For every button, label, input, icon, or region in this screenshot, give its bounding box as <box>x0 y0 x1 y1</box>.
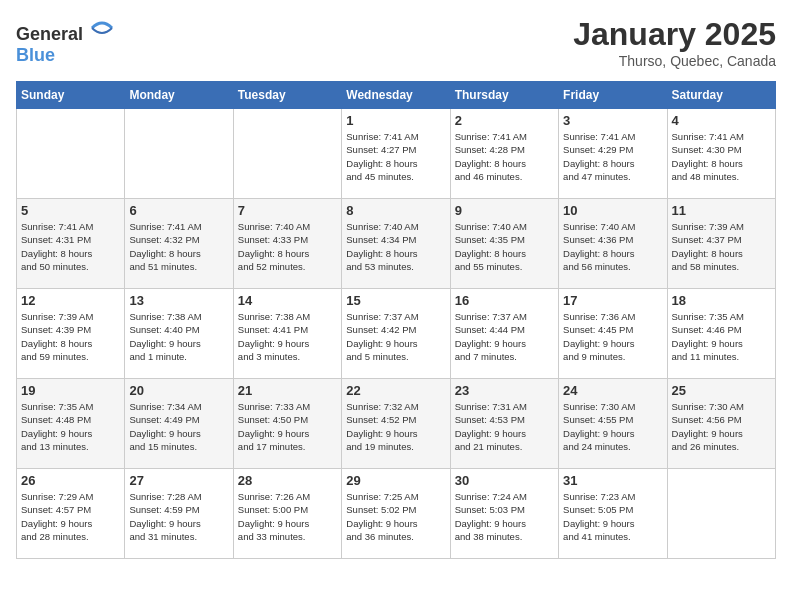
calendar-table: SundayMondayTuesdayWednesdayThursdayFrid… <box>16 81 776 559</box>
day-info: Sunrise: 7:30 AM Sunset: 4:56 PM Dayligh… <box>672 400 771 453</box>
calendar-day-cell: 4Sunrise: 7:41 AM Sunset: 4:30 PM Daylig… <box>667 109 775 199</box>
calendar-day-cell: 24Sunrise: 7:30 AM Sunset: 4:55 PM Dayli… <box>559 379 667 469</box>
calendar-day-cell: 31Sunrise: 7:23 AM Sunset: 5:05 PM Dayli… <box>559 469 667 559</box>
day-info: Sunrise: 7:37 AM Sunset: 4:42 PM Dayligh… <box>346 310 445 363</box>
day-info: Sunrise: 7:37 AM Sunset: 4:44 PM Dayligh… <box>455 310 554 363</box>
calendar-day-cell: 8Sunrise: 7:40 AM Sunset: 4:34 PM Daylig… <box>342 199 450 289</box>
day-info: Sunrise: 7:41 AM Sunset: 4:32 PM Dayligh… <box>129 220 228 273</box>
calendar-day-cell: 3Sunrise: 7:41 AM Sunset: 4:29 PM Daylig… <box>559 109 667 199</box>
day-of-week-header: Sunday <box>17 82 125 109</box>
calendar-day-cell: 12Sunrise: 7:39 AM Sunset: 4:39 PM Dayli… <box>17 289 125 379</box>
day-number: 5 <box>21 203 120 218</box>
day-number: 1 <box>346 113 445 128</box>
day-number: 11 <box>672 203 771 218</box>
day-info: Sunrise: 7:38 AM Sunset: 4:41 PM Dayligh… <box>238 310 337 363</box>
calendar-day-cell: 6Sunrise: 7:41 AM Sunset: 4:32 PM Daylig… <box>125 199 233 289</box>
day-info: Sunrise: 7:29 AM Sunset: 4:57 PM Dayligh… <box>21 490 120 543</box>
day-info: Sunrise: 7:32 AM Sunset: 4:52 PM Dayligh… <box>346 400 445 453</box>
header: General Blue January 2025 Thurso, Quebec… <box>16 16 776 69</box>
calendar-day-cell <box>667 469 775 559</box>
calendar-day-cell: 21Sunrise: 7:33 AM Sunset: 4:50 PM Dayli… <box>233 379 341 469</box>
main-title: January 2025 <box>573 16 776 53</box>
day-number: 29 <box>346 473 445 488</box>
day-number: 12 <box>21 293 120 308</box>
day-info: Sunrise: 7:41 AM Sunset: 4:29 PM Dayligh… <box>563 130 662 183</box>
calendar-day-cell: 26Sunrise: 7:29 AM Sunset: 4:57 PM Dayli… <box>17 469 125 559</box>
day-number: 8 <box>346 203 445 218</box>
day-number: 31 <box>563 473 662 488</box>
day-number: 18 <box>672 293 771 308</box>
day-number: 17 <box>563 293 662 308</box>
day-info: Sunrise: 7:36 AM Sunset: 4:45 PM Dayligh… <box>563 310 662 363</box>
day-info: Sunrise: 7:38 AM Sunset: 4:40 PM Dayligh… <box>129 310 228 363</box>
day-info: Sunrise: 7:34 AM Sunset: 4:49 PM Dayligh… <box>129 400 228 453</box>
day-info: Sunrise: 7:41 AM Sunset: 4:31 PM Dayligh… <box>21 220 120 273</box>
day-of-week-header: Wednesday <box>342 82 450 109</box>
day-number: 28 <box>238 473 337 488</box>
day-info: Sunrise: 7:41 AM Sunset: 4:30 PM Dayligh… <box>672 130 771 183</box>
logo-icon <box>90 16 114 40</box>
day-number: 30 <box>455 473 554 488</box>
day-number: 24 <box>563 383 662 398</box>
day-info: Sunrise: 7:39 AM Sunset: 4:37 PM Dayligh… <box>672 220 771 273</box>
calendar-day-cell: 9Sunrise: 7:40 AM Sunset: 4:35 PM Daylig… <box>450 199 558 289</box>
calendar-day-cell: 23Sunrise: 7:31 AM Sunset: 4:53 PM Dayli… <box>450 379 558 469</box>
calendar-day-cell: 17Sunrise: 7:36 AM Sunset: 4:45 PM Dayli… <box>559 289 667 379</box>
calendar-day-cell: 15Sunrise: 7:37 AM Sunset: 4:42 PM Dayli… <box>342 289 450 379</box>
day-number: 4 <box>672 113 771 128</box>
day-of-week-header: Thursday <box>450 82 558 109</box>
day-info: Sunrise: 7:26 AM Sunset: 5:00 PM Dayligh… <box>238 490 337 543</box>
day-info: Sunrise: 7:39 AM Sunset: 4:39 PM Dayligh… <box>21 310 120 363</box>
day-info: Sunrise: 7:40 AM Sunset: 4:36 PM Dayligh… <box>563 220 662 273</box>
day-number: 13 <box>129 293 228 308</box>
calendar-day-cell: 20Sunrise: 7:34 AM Sunset: 4:49 PM Dayli… <box>125 379 233 469</box>
day-number: 15 <box>346 293 445 308</box>
calendar-day-cell: 19Sunrise: 7:35 AM Sunset: 4:48 PM Dayli… <box>17 379 125 469</box>
day-info: Sunrise: 7:40 AM Sunset: 4:34 PM Dayligh… <box>346 220 445 273</box>
day-number: 21 <box>238 383 337 398</box>
logo-blue: Blue <box>16 45 55 65</box>
logo-general: General <box>16 24 83 44</box>
day-info: Sunrise: 7:40 AM Sunset: 4:33 PM Dayligh… <box>238 220 337 273</box>
day-number: 19 <box>21 383 120 398</box>
day-number: 27 <box>129 473 228 488</box>
calendar-day-cell <box>17 109 125 199</box>
calendar-day-cell: 10Sunrise: 7:40 AM Sunset: 4:36 PM Dayli… <box>559 199 667 289</box>
calendar-day-cell <box>125 109 233 199</box>
day-info: Sunrise: 7:41 AM Sunset: 4:27 PM Dayligh… <box>346 130 445 183</box>
calendar-day-cell <box>233 109 341 199</box>
day-info: Sunrise: 7:25 AM Sunset: 5:02 PM Dayligh… <box>346 490 445 543</box>
calendar-week-row: 12Sunrise: 7:39 AM Sunset: 4:39 PM Dayli… <box>17 289 776 379</box>
subtitle: Thurso, Quebec, Canada <box>573 53 776 69</box>
day-number: 14 <box>238 293 337 308</box>
day-info: Sunrise: 7:28 AM Sunset: 4:59 PM Dayligh… <box>129 490 228 543</box>
day-number: 26 <box>21 473 120 488</box>
day-info: Sunrise: 7:33 AM Sunset: 4:50 PM Dayligh… <box>238 400 337 453</box>
calendar-day-cell: 30Sunrise: 7:24 AM Sunset: 5:03 PM Dayli… <box>450 469 558 559</box>
day-number: 10 <box>563 203 662 218</box>
calendar-day-cell: 14Sunrise: 7:38 AM Sunset: 4:41 PM Dayli… <box>233 289 341 379</box>
logo: General Blue <box>16 16 114 66</box>
day-info: Sunrise: 7:41 AM Sunset: 4:28 PM Dayligh… <box>455 130 554 183</box>
header-row: SundayMondayTuesdayWednesdayThursdayFrid… <box>17 82 776 109</box>
calendar-day-cell: 22Sunrise: 7:32 AM Sunset: 4:52 PM Dayli… <box>342 379 450 469</box>
day-number: 7 <box>238 203 337 218</box>
calendar-day-cell: 27Sunrise: 7:28 AM Sunset: 4:59 PM Dayli… <box>125 469 233 559</box>
calendar-week-row: 5Sunrise: 7:41 AM Sunset: 4:31 PM Daylig… <box>17 199 776 289</box>
day-info: Sunrise: 7:31 AM Sunset: 4:53 PM Dayligh… <box>455 400 554 453</box>
day-of-week-header: Tuesday <box>233 82 341 109</box>
day-info: Sunrise: 7:35 AM Sunset: 4:48 PM Dayligh… <box>21 400 120 453</box>
calendar-week-row: 1Sunrise: 7:41 AM Sunset: 4:27 PM Daylig… <box>17 109 776 199</box>
calendar-day-cell: 16Sunrise: 7:37 AM Sunset: 4:44 PM Dayli… <box>450 289 558 379</box>
day-of-week-header: Saturday <box>667 82 775 109</box>
calendar-week-row: 26Sunrise: 7:29 AM Sunset: 4:57 PM Dayli… <box>17 469 776 559</box>
calendar-day-cell: 28Sunrise: 7:26 AM Sunset: 5:00 PM Dayli… <box>233 469 341 559</box>
title-area: January 2025 Thurso, Quebec, Canada <box>573 16 776 69</box>
day-info: Sunrise: 7:30 AM Sunset: 4:55 PM Dayligh… <box>563 400 662 453</box>
day-of-week-header: Monday <box>125 82 233 109</box>
day-number: 2 <box>455 113 554 128</box>
calendar-week-row: 19Sunrise: 7:35 AM Sunset: 4:48 PM Dayli… <box>17 379 776 469</box>
calendar-day-cell: 25Sunrise: 7:30 AM Sunset: 4:56 PM Dayli… <box>667 379 775 469</box>
day-number: 9 <box>455 203 554 218</box>
calendar-day-cell: 11Sunrise: 7:39 AM Sunset: 4:37 PM Dayli… <box>667 199 775 289</box>
